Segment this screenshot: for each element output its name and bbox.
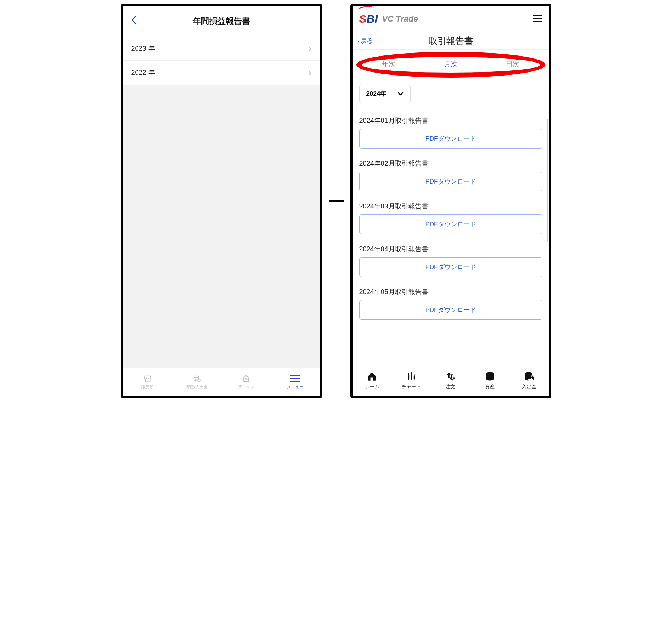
- year-label: 2022 年: [131, 68, 155, 77]
- chevron-down-icon: [398, 90, 404, 98]
- chevron-right-icon: ›: [309, 67, 312, 78]
- report-item: 2024年02月取引報告書 PDFダウンロード: [359, 159, 542, 191]
- logo-sbi: SBI: [359, 13, 378, 25]
- report-item: 2024年05月取引報告書 PDFダウンロード: [359, 287, 542, 320]
- nav-order[interactable]: 注文: [431, 365, 471, 396]
- year-row[interactable]: 2023 年 ›: [123, 36, 320, 61]
- nav-label: 資産: [485, 383, 495, 390]
- coins-stack-icon: [484, 371, 496, 382]
- tab-lending[interactable]: B 貸コイン: [222, 368, 271, 396]
- nav-label: 入出金: [522, 383, 536, 390]
- active-tab-indicator: [419, 74, 482, 75]
- topbar: SBI VC Trade: [353, 6, 549, 32]
- report-label: 2024年03月取引報告書: [359, 202, 542, 211]
- year-list: 2023 年 › 2022 年 ›: [123, 36, 320, 368]
- nav-assets[interactable]: 資産: [470, 365, 510, 396]
- phone-left: 年間損益報告書 2023 年 › 2022 年 › 販売所 ¥ 資産/入出金: [121, 4, 322, 398]
- arrow-connector: [325, 195, 347, 207]
- report-label: 2024年01月取引報告書: [359, 116, 542, 125]
- report-item: 2024年01月取引報告書 PDFダウンロード: [359, 116, 542, 149]
- bag-icon: B: [241, 375, 251, 383]
- exchange-icon: [445, 371, 456, 382]
- download-button[interactable]: PDFダウンロード: [359, 172, 542, 191]
- page-title: 取引報告書: [353, 35, 549, 47]
- period-tabs: 年次 月次 日次: [358, 53, 544, 75]
- report-label: 2024年04月取引報告書: [359, 245, 542, 254]
- tab-shop[interactable]: 販売所: [123, 368, 172, 396]
- nav-label: 注文: [446, 383, 455, 390]
- tab-menu[interactable]: メニュー: [271, 368, 320, 396]
- hamburger-menu-button[interactable]: [533, 15, 542, 22]
- year-row[interactable]: 2022 年 ›: [123, 61, 320, 85]
- sub-header: ‹ 戻る 取引報告書: [353, 32, 549, 50]
- content-area: 2024年 2024年01月取引報告書 PDFダウンロード 2024年02月取引…: [353, 82, 549, 365]
- logo: SBI VC Trade: [359, 13, 418, 25]
- bottom-tabbar: 販売所 ¥ 資産/入出金 B 貸コイン メニュー: [123, 368, 320, 396]
- empty-area: [123, 85, 320, 368]
- page-title: 年間損益報告書: [123, 16, 320, 27]
- nav-label: チャート: [402, 383, 421, 390]
- download-button[interactable]: PDFダウンロード: [359, 129, 542, 149]
- logo-subtext: VC Trade: [382, 14, 418, 24]
- scrollbar[interactable]: [547, 119, 548, 242]
- nav-chart[interactable]: チャート: [392, 365, 431, 396]
- tab-label: 資産/入出金: [186, 384, 207, 390]
- download-button[interactable]: PDFダウンロード: [359, 214, 542, 234]
- deposit-withdraw-icon: [524, 371, 535, 382]
- report-item: 2024年03月取引報告書 PDFダウンロード: [359, 202, 542, 234]
- tab-yearly[interactable]: 年次: [358, 55, 420, 73]
- hamburger-icon: [290, 375, 300, 383]
- svg-text:¥: ¥: [198, 379, 200, 381]
- chevron-right-icon: ›: [309, 43, 312, 54]
- tab-label: 貸コイン: [238, 384, 254, 390]
- coins-icon: ¥: [192, 375, 202, 383]
- header: 年間損益報告書: [123, 6, 320, 36]
- tab-label: 販売所: [141, 384, 154, 390]
- year-select[interactable]: 2024年: [359, 84, 411, 103]
- tab-label: メニュー: [287, 384, 303, 390]
- nav-deposit[interactable]: 入出金: [510, 365, 549, 396]
- home-icon: [366, 371, 378, 382]
- download-button[interactable]: PDFダウンロード: [359, 257, 542, 277]
- candlestick-icon: [406, 371, 417, 382]
- report-label: 2024年02月取引報告書: [359, 159, 542, 168]
- tab-assets[interactable]: ¥ 資産/入出金: [172, 368, 222, 396]
- year-selected: 2024年: [366, 89, 387, 98]
- shop-icon: [143, 375, 153, 383]
- bottom-nav: ホーム チャート 注文 資産 入出金: [353, 365, 549, 396]
- report-item: 2024年04月取引報告書 PDFダウンロード: [359, 245, 542, 277]
- year-label: 2023 年: [131, 44, 155, 53]
- swoosh-icon: [357, 5, 374, 13]
- nav-label: ホーム: [365, 383, 379, 390]
- svg-point-0: [194, 376, 198, 378]
- nav-home[interactable]: ホーム: [353, 365, 392, 396]
- tab-monthly[interactable]: 月次: [420, 55, 482, 73]
- phone-right: SBI VC Trade ‹ 戻る 取引報告書 年次 月次 日次: [350, 4, 551, 398]
- report-label: 2024年05月取引報告書: [359, 287, 542, 296]
- tab-daily[interactable]: 日次: [482, 55, 544, 73]
- download-button[interactable]: PDFダウンロード: [359, 300, 542, 320]
